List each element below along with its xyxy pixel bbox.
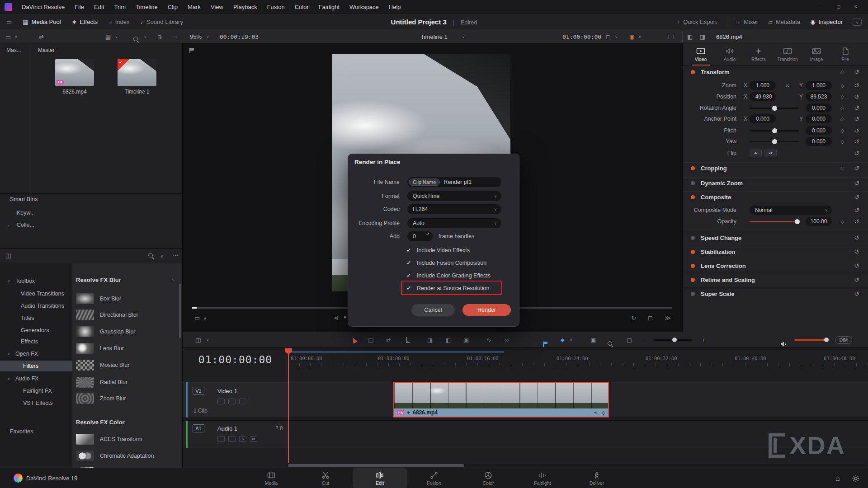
effects-more-icon[interactable]: ⋯: [173, 252, 179, 259]
page-fairlight[interactable]: Fairlight: [515, 468, 570, 488]
v1-auto-select-icon[interactable]: [228, 399, 236, 404]
timeline-scroll-thumb[interactable]: [288, 464, 464, 467]
rotation-field[interactable]: 0.000: [806, 103, 832, 113]
tree-video-transitions[interactable]: Video Transitions: [0, 288, 72, 299]
menu-edit[interactable]: Edit: [89, 0, 109, 14]
file-name-value[interactable]: Render pt1: [443, 179, 472, 185]
inspector-panel-icon[interactable]: ◨: [700, 30, 705, 43]
playhead-line[interactable]: [288, 348, 289, 463]
a1-lock-icon[interactable]: [217, 436, 225, 442]
file-name-field[interactable]: Clip Name Render pt1: [407, 177, 501, 187]
loop-icon[interactable]: ↻: [631, 314, 636, 321]
rotation-slider[interactable]: [750, 108, 799, 109]
fx-zoom-blur[interactable]: Zoom Blur: [76, 391, 126, 406]
super-scale-reset-icon[interactable]: ↺: [854, 288, 859, 299]
yaw-reset-icon[interactable]: ↺: [854, 136, 859, 147]
opacity-keyframe-icon[interactable]: ◇: [840, 216, 844, 227]
tree-audio-transitions[interactable]: Audio Transitions: [0, 300, 72, 311]
zoom-reset-icon[interactable]: ↺: [854, 80, 859, 91]
page-color[interactable]: Color: [461, 468, 515, 488]
page-deliver[interactable]: Deliver: [570, 468, 624, 488]
menu-fusion[interactable]: Fusion: [262, 0, 290, 14]
step-back-icon[interactable]: ⊲: [334, 314, 339, 321]
encoding-profile-dropdown[interactable]: Auto∨: [407, 218, 501, 228]
timeline-scrollbar[interactable]: [288, 464, 866, 467]
zoom-x-field[interactable]: 1.000: [750, 81, 776, 90]
clip-name-token[interactable]: Clip Name: [409, 178, 440, 186]
zoom-detail-icon[interactable]: ▣: [590, 332, 596, 348]
audio-monitor-icon[interactable]: [780, 337, 787, 353]
rotation-keyframe-icon[interactable]: ◇: [840, 103, 844, 113]
effects-search-chevron-icon[interactable]: ∨: [160, 254, 164, 258]
workspace-layout-icon[interactable]: ∨: [853, 19, 862, 26]
media-clip-thumbnail[interactable]: FX: [55, 59, 94, 86]
clip-view-chevron-icon[interactable]: ∨: [14, 30, 18, 43]
camera-icon[interactable]: ◉: [629, 30, 634, 43]
cropping-section-header[interactable]: Cropping ◇ ↺: [683, 162, 868, 175]
super-scale-enable-dot[interactable]: [691, 292, 695, 296]
tree-toolbox[interactable]: Toolbox: [0, 276, 72, 286]
camera-chevron-icon[interactable]: ∨: [638, 30, 642, 43]
dynamic-trim-icon[interactable]: ⇄: [386, 332, 391, 348]
inspector-expand-icon[interactable]: ◧: [687, 30, 693, 43]
pitch-reset-icon[interactable]: ↺: [854, 125, 859, 136]
tree-titles[interactable]: Titles: [0, 313, 72, 324]
fx-directional-blur[interactable]: Directional Blur: [76, 308, 138, 322]
lens-correction-reset-icon[interactable]: ↺: [854, 260, 859, 271]
transform-section-header[interactable]: Transform ◇ ↺: [683, 66, 868, 79]
retime-curve-icon[interactable]: ∿: [486, 332, 491, 348]
composite-reset-icon[interactable]: ↺: [854, 192, 859, 202]
razor-tool-icon[interactable]: [406, 337, 410, 343]
tree-favorites[interactable]: Favorites: [0, 426, 72, 437]
v1-enable-icon[interactable]: [239, 399, 246, 404]
zoom-keyframe-icon[interactable]: ◇: [840, 80, 844, 91]
timeline-clip[interactable]: FX + 6826.mp4 ∿◇: [393, 382, 609, 418]
stabilization-enable-dot[interactable]: [691, 250, 695, 254]
menu-clip[interactable]: Clip: [163, 0, 183, 14]
resolution-chevron-icon[interactable]: ∨: [615, 30, 618, 43]
zoom-in-icon[interactable]: +: [702, 332, 705, 348]
lens-correction-section-header[interactable]: Lens Correction ↺: [683, 260, 868, 272]
color-category-title[interactable]: Resolve FX Color: [76, 416, 125, 429]
anchor-keyframe-icon[interactable]: ◇: [840, 113, 844, 124]
tree-audio-fx[interactable]: Audio FX: [0, 373, 72, 384]
fx-gaussian-blur[interactable]: Gaussian Blur: [76, 324, 136, 339]
speed-change-enable-dot[interactable]: [691, 236, 695, 240]
stabilization-reset-icon[interactable]: ↺: [854, 246, 859, 257]
swap-bin-icon[interactable]: ⇄: [39, 30, 44, 43]
retime-enable-dot[interactable]: [691, 278, 695, 282]
media-clip-name[interactable]: 6826.mp4: [47, 89, 102, 95]
tree-vst-effects[interactable]: VST Effects: [0, 398, 72, 408]
menu-timeline[interactable]: Timeline: [131, 0, 163, 14]
minimize-icon[interactable]: ─: [813, 0, 830, 14]
clip-keyframe-icon[interactable]: ◇: [602, 410, 605, 416]
menu-mark[interactable]: Mark: [183, 0, 206, 14]
sound-library-button[interactable]: ♪ Sound Library: [140, 19, 183, 25]
pitch-slider[interactable]: [750, 130, 799, 131]
frame-handles-stepper[interactable]: 0▴▾: [407, 231, 433, 241]
tree-effects[interactable]: Effects: [0, 336, 72, 347]
timeline-selector[interactable]: Timeline 1: [407, 30, 461, 43]
tab-audio[interactable]: Audio: [715, 43, 744, 66]
flip-reset-icon[interactable]: ↺: [854, 148, 859, 159]
clip-curve-icon[interactable]: ∿: [594, 410, 598, 416]
timeline-selector-chevron-icon[interactable]: ∨: [462, 30, 465, 43]
play-icon[interactable]: ●: [344, 314, 346, 319]
include-color-grading-row[interactable]: ✓ Include Color Grading Effects: [348, 270, 519, 281]
composite-enable-dot[interactable]: [691, 195, 695, 199]
v1-lock-icon[interactable]: [217, 399, 225, 404]
lens-correction-enable-dot[interactable]: [691, 264, 695, 268]
media-pool-button[interactable]: ▦ Media Pool: [23, 19, 61, 25]
codec-dropdown[interactable]: H.264∨: [407, 204, 501, 214]
fx-box-blur[interactable]: Box Blur: [76, 291, 121, 306]
yaw-field[interactable]: 0.000: [806, 137, 832, 146]
composite-mode-reset-icon[interactable]: ↺: [854, 205, 859, 216]
timeline-thumbnail[interactable]: ✓: [118, 59, 156, 86]
page-edit[interactable]: Edit: [353, 468, 407, 488]
viewer-crop-chevron-icon[interactable]: ∨: [203, 316, 207, 321]
resolution-icon[interactable]: ◻: [606, 30, 611, 43]
pitch-keyframe-icon[interactable]: ◇: [840, 125, 844, 136]
effects-search-icon[interactable]: [148, 253, 154, 260]
a1-mute-button[interactable]: M: [250, 436, 257, 442]
opacity-slider[interactable]: [750, 221, 799, 222]
